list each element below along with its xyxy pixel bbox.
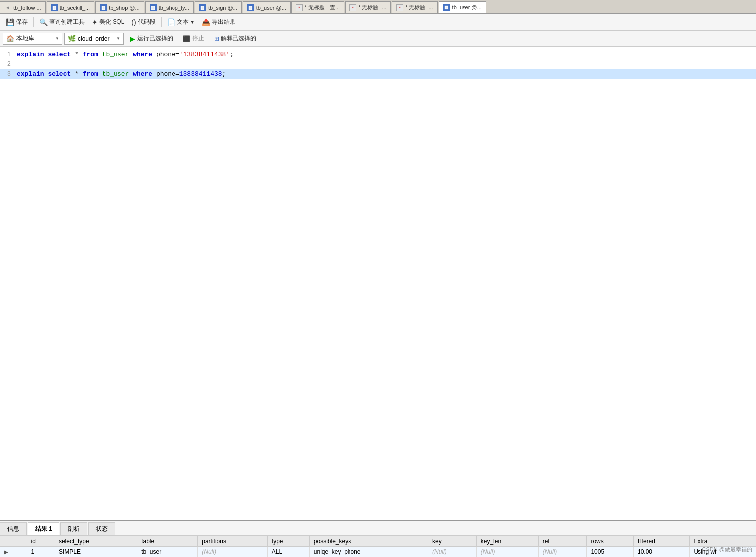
col-header-rows[interactable]: rows xyxy=(587,536,634,547)
cell-key-len: (Null) xyxy=(476,547,538,557)
cell-possible-keys: uniqe_key_phone xyxy=(309,547,428,557)
tab-untitled3[interactable]: * * 无标题 -... xyxy=(392,1,437,13)
tab-untitled2[interactable]: * * 无标题 -... xyxy=(345,1,391,13)
tab-label: tb_user @... xyxy=(256,5,286,11)
col-header-ref[interactable]: ref xyxy=(538,536,587,547)
result-tabs: 信息 结果 1 剖析 状态 xyxy=(0,521,756,536)
main-content: 1 explain select * from tb_user where ph… xyxy=(0,47,756,557)
tab-icon-table-active: ▦ xyxy=(443,4,450,11)
text-icon: 📄 xyxy=(167,18,175,26)
tab-result1[interactable]: 结果 1 xyxy=(28,522,59,535)
tab-icon-query: * xyxy=(396,4,403,11)
dropdown-arrow-icon: ▼ xyxy=(55,36,59,41)
col-header-arrow xyxy=(0,536,27,547)
query-icon: 🔍 xyxy=(39,18,48,26)
col-header-select-type[interactable]: select_type xyxy=(55,536,137,547)
tab-status[interactable]: 状态 xyxy=(88,522,115,535)
tab-icon-table: ▦ xyxy=(51,4,58,11)
tab-icon-query: * xyxy=(296,4,303,11)
cell-ref: (Null) xyxy=(538,547,587,557)
col-header-extra[interactable]: Extra xyxy=(690,536,756,547)
code-icon: () xyxy=(131,18,136,26)
cell-id: 1 xyxy=(27,547,55,557)
watermark: CSDN @做最幸福的 xyxy=(702,546,752,553)
tab-tb_follow[interactable]: ◄ tb_follow ... xyxy=(0,1,46,13)
tab-tb_seckill[interactable]: ▦ tb_seckill_... xyxy=(47,1,95,13)
editor-line-2: 2 xyxy=(0,59,756,69)
tab-label: tb_sign @... xyxy=(208,5,237,11)
line-number-1: 1 xyxy=(2,50,17,59)
tab-tb_shop_at[interactable]: ▦ tb_shop @... xyxy=(95,1,144,13)
tab-label: tb_seckill_... xyxy=(60,5,90,11)
line-content-3: explain select * from tb_user where phon… xyxy=(17,69,754,79)
run-icon: ▶ xyxy=(130,35,135,43)
toolbar-separator-2 xyxy=(161,17,162,27)
tab-untitled1[interactable]: * * 无标题 - 查... xyxy=(291,1,344,13)
code-snippet-button[interactable]: () 代码段 xyxy=(128,16,158,29)
cell-select-type: SIMPLE xyxy=(55,547,137,557)
tab-label: * 无标题 -... xyxy=(405,4,433,11)
tab-icon-table: ▦ xyxy=(150,4,157,11)
tab-icon-table: ▦ xyxy=(199,4,206,11)
run-button[interactable]: ▶ 运行已选择的 xyxy=(126,33,177,45)
query-create-button[interactable]: 🔍 查询创建工具 xyxy=(36,16,88,29)
cell-partitions: (Null) xyxy=(198,547,268,557)
tab-tb_user2[interactable]: ▦ tb_user @... xyxy=(439,1,486,13)
row-arrow-icon: ▶ xyxy=(0,547,27,557)
save-icon: 💾 xyxy=(6,18,14,26)
beautify-icon: ✦ xyxy=(92,18,98,26)
stop-button[interactable]: ⬛ 停止 xyxy=(179,33,208,45)
tab-tb_shop_ty[interactable]: ▦ tb_shop_ty... xyxy=(145,1,194,13)
cell-rows: 1005 xyxy=(587,547,634,557)
text-button[interactable]: 📄 文本 ▼ xyxy=(164,16,198,29)
tab-label: tb_user @... xyxy=(452,4,482,10)
toolbar-separator-1 xyxy=(33,17,34,27)
tab-bar: ◄ tb_follow ... ▦ tb_seckill_... ▦ tb_sh… xyxy=(0,0,756,14)
results-table: id select_type table partitions type pos… xyxy=(0,536,756,557)
tab-tb_user_at[interactable]: ▦ tb_user @... xyxy=(243,1,291,13)
line-number-3: 3 xyxy=(2,69,17,79)
col-header-filtered[interactable]: filtered xyxy=(633,536,690,547)
tab-label: tb_shop @... xyxy=(109,5,140,11)
col-header-key[interactable]: key xyxy=(428,536,476,547)
editor-line-3: 3 explain select * from tb_user where ph… xyxy=(0,69,756,79)
tab-analyze[interactable]: 剖析 xyxy=(60,522,87,535)
cloud-db-selector[interactable]: 🌿 cloud_order ▼ xyxy=(64,33,124,45)
sql-editor[interactable]: 1 explain select * from tb_user where ph… xyxy=(0,47,756,520)
db-icon: 🏠 xyxy=(6,35,14,42)
tab-info[interactable]: 信息 xyxy=(0,522,27,535)
col-header-possible-keys[interactable]: possible_keys xyxy=(309,536,428,547)
save-button[interactable]: 💾 保存 xyxy=(3,16,31,29)
cell-filtered: 10.00 xyxy=(633,547,690,557)
tab-tb_sign_at[interactable]: ▦ tb_sign @... xyxy=(195,1,242,13)
col-header-type[interactable]: type xyxy=(267,536,309,547)
tab-icon-query: * xyxy=(349,4,356,11)
export-button[interactable]: 📤 导出结果 xyxy=(199,16,238,29)
stop-icon: ⬛ xyxy=(183,35,190,42)
tab-label: * 无标题 -... xyxy=(358,4,386,11)
results-table-wrap: id select_type table partitions type pos… xyxy=(0,536,756,557)
db-selector-bar: 🏠 本地库 ▼ 🌿 cloud_order ▼ ▶ 运行已选择的 ⬛ 停止 ⊞ … xyxy=(0,31,756,47)
col-header-table[interactable]: table xyxy=(137,536,198,547)
tab-label: * 无标题 - 查... xyxy=(305,4,340,11)
cell-type: ALL xyxy=(267,547,309,557)
line-content-1: explain select * from tb_user where phon… xyxy=(17,50,754,59)
tab-icon-table: ▦ xyxy=(100,4,107,11)
editor-line-1: 1 explain select * from tb_user where ph… xyxy=(0,50,756,59)
col-header-partitions[interactable]: partitions xyxy=(198,536,268,547)
tab-label: tb_shop_ty... xyxy=(159,5,189,11)
cell-table: tb_user xyxy=(137,547,198,557)
col-header-id[interactable]: id xyxy=(27,536,55,547)
dropdown-arrow-icon: ▼ xyxy=(190,20,195,25)
cell-key: (Null) xyxy=(428,547,476,557)
local-db-selector[interactable]: 🏠 本地库 ▼ xyxy=(3,33,62,45)
bottom-panel: 信息 结果 1 剖析 状态 id select_type table parti… xyxy=(0,520,756,557)
explain-icon: ⊞ xyxy=(214,35,219,42)
table-row: ▶ 1 SIMPLE tb_user (Null) ALL uniqe_key_… xyxy=(0,547,756,557)
cloud-db-icon: 🌿 xyxy=(68,35,76,42)
line-number-2: 2 xyxy=(2,59,17,69)
explain-button[interactable]: ⊞ 解释已选择的 xyxy=(210,33,260,45)
beautify-sql-button[interactable]: ✦ 美化 SQL xyxy=(89,16,127,29)
toolbar: 💾 保存 🔍 查询创建工具 ✦ 美化 SQL () 代码段 📄 文本 ▼ 📤 导… xyxy=(0,14,756,31)
col-header-key-len[interactable]: key_len xyxy=(476,536,538,547)
